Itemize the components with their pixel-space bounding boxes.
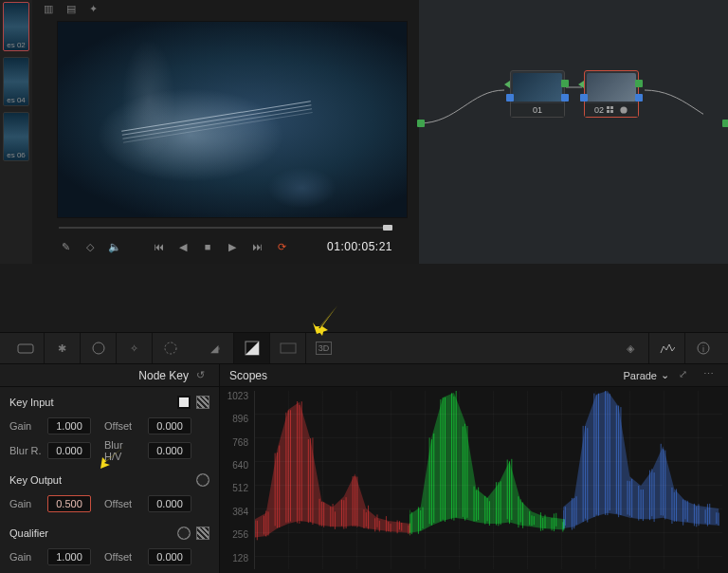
bypass-icon[interactable]: ◇ xyxy=(83,241,97,253)
svg-rect-0 xyxy=(18,344,33,353)
clip-thumb-label: es 06 xyxy=(4,151,28,160)
node-01[interactable]: 01 xyxy=(510,70,565,118)
sizing-icon[interactable] xyxy=(269,333,305,363)
split-screen-icon[interactable]: ▤ xyxy=(66,3,80,16)
last-frame-button[interactable]: ⏭ xyxy=(250,241,264,252)
color-match-icon[interactable]: ✱ xyxy=(44,333,80,363)
offset-label: Offset xyxy=(104,551,142,563)
node-editor[interactable]: 01 02 xyxy=(419,0,728,264)
gain-label: Gain xyxy=(9,551,42,563)
node-input-icon[interactable] xyxy=(504,81,510,88)
node-key-input-dot[interactable] xyxy=(506,94,514,102)
clip-thumb[interactable]: es 04 xyxy=(3,57,29,106)
image-wipe-icon[interactable]: ▥ xyxy=(44,3,57,16)
reset-icon[interactable]: ↺ xyxy=(196,369,209,382)
key-icon xyxy=(619,106,628,114)
svg-text:i: i xyxy=(702,344,704,354)
invert-icon[interactable] xyxy=(177,527,191,540)
node-input-icon[interactable] xyxy=(578,81,584,88)
scopes-title: Scopes xyxy=(229,369,267,382)
expand-icon[interactable]: ⤢ xyxy=(679,368,694,383)
keyframes-icon[interactable]: ◈ xyxy=(612,333,648,363)
svg-point-1 xyxy=(93,342,104,354)
parade-blue xyxy=(563,391,719,546)
highlight-icon[interactable]: ✦ xyxy=(89,3,102,16)
node-output-dot[interactable] xyxy=(561,80,569,87)
gain-label: Gain xyxy=(9,498,42,509)
prev-frame-button[interactable]: ◀ xyxy=(176,241,190,253)
node-key-output-dot[interactable] xyxy=(635,94,643,102)
node-output-dot[interactable] xyxy=(635,80,643,87)
scope-y-axis: 1023896768640512384256128 xyxy=(220,387,254,573)
blur-hv-label: Blur H/V xyxy=(104,439,142,462)
invert-icon[interactable] xyxy=(196,473,209,487)
key-input-blur-hv[interactable]: 0.000 xyxy=(148,442,191,459)
key-input-offset[interactable]: 0.000 xyxy=(148,417,191,434)
qualifier-icon[interactable]: ◢◦ xyxy=(197,333,233,363)
options-icon[interactable]: ⋯ xyxy=(703,368,719,383)
key-panel-title: Node Key xyxy=(138,369,189,382)
scopes-mode-label: Parade xyxy=(624,370,657,381)
grid-icon xyxy=(607,106,616,114)
scopes-panel: Scopes Parade ⌄ ⤢ ⋯ 10238967686405123842… xyxy=(220,364,728,573)
parade-red xyxy=(255,391,410,546)
parade-green xyxy=(410,391,565,546)
svg-point-2 xyxy=(165,342,176,354)
transport-bar: ✎ ◇ 🔈 ⏮ ◀ ■ ▶ ⏭ ⟳ 01:00:05:21 xyxy=(38,232,413,261)
clip-strip[interactable]: es 02 es 04 es 06 xyxy=(0,0,32,264)
scopes-mode-dropdown[interactable]: Parade ⌄ xyxy=(624,369,669,381)
node-02[interactable]: 02 xyxy=(584,70,639,118)
viewer-toolbar: ▥ ▤ ✦ xyxy=(38,0,413,19)
qualifier-heading: Qualifier xyxy=(9,527,48,539)
node-key-input-dot[interactable] xyxy=(580,94,588,102)
mute-icon[interactable]: 🔈 xyxy=(108,241,121,253)
play-button[interactable]: ▶ xyxy=(226,241,239,253)
info-icon[interactable]: i xyxy=(684,333,720,363)
key-input-blur-r[interactable]: 0.000 xyxy=(47,442,91,459)
viewer-image[interactable] xyxy=(57,21,408,218)
node-key-output-dot[interactable] xyxy=(561,94,569,102)
loop-button[interactable]: ⟳ xyxy=(275,241,288,253)
curves-icon[interactable] xyxy=(152,333,188,363)
key-input-heading: Key Input xyxy=(9,397,53,408)
offset-label: Offset xyxy=(104,498,142,509)
key-panel: Node Key ↺ Key Input Gain 1.000 Offset 0 xyxy=(0,364,220,573)
node-number: 02 xyxy=(594,105,604,115)
key-output-offset[interactable]: 0.000 xyxy=(148,495,191,512)
clip-thumb[interactable]: es 06 xyxy=(3,112,29,161)
key-output-heading: Key Output xyxy=(9,474,62,486)
clip-thumb[interactable]: es 02 xyxy=(3,2,29,51)
clip-thumb-label: es 04 xyxy=(4,96,28,105)
palette-bar: ✱ ✧ ◢◦ 3D ◈ i xyxy=(0,332,728,364)
clip-thumb-label: es 02 xyxy=(4,41,28,50)
unmix-icon[interactable]: ✎ xyxy=(59,241,72,253)
scopes-icon[interactable] xyxy=(648,333,684,363)
timecode-display[interactable]: 01:00:05:21 xyxy=(327,240,392,253)
primaries-bars-icon[interactable]: ✧ xyxy=(116,333,152,363)
invert-icon[interactable] xyxy=(196,396,209,409)
qualifier-gain[interactable]: 1.000 xyxy=(47,548,91,565)
viewer-scrubber[interactable] xyxy=(59,223,392,232)
stop-button[interactable]: ■ xyxy=(201,241,214,252)
color-wheels-icon[interactable] xyxy=(80,333,116,363)
node-badges xyxy=(607,106,628,114)
matte-icon[interactable] xyxy=(177,396,191,409)
viewer-panel: ▥ ▤ ✦ ✎ ◇ 🔈 ⏮ ◀ ■ ▶ ⏭ ⟳ 01:00:05:21 xyxy=(32,0,419,264)
graph-output-dot[interactable] xyxy=(722,120,728,127)
key-output-gain[interactable]: 0.500 xyxy=(47,495,91,512)
first-frame-button[interactable]: ⏮ xyxy=(152,241,165,252)
svg-rect-4 xyxy=(281,343,296,353)
gain-label: Gain xyxy=(9,420,42,432)
graph-input-dot[interactable] xyxy=(417,120,425,127)
camera-raw-icon[interactable] xyxy=(8,333,44,363)
offset-label: Offset xyxy=(104,420,142,432)
qualifier-offset[interactable]: 0.000 xyxy=(148,548,191,565)
matte-icon[interactable] xyxy=(196,527,209,540)
scopes-plot[interactable]: 1023896768640512384256128 xyxy=(220,387,728,573)
key-palette-icon[interactable] xyxy=(233,333,269,363)
key-input-gain[interactable]: 1.000 xyxy=(47,417,91,434)
blur-r-label: Blur R. xyxy=(9,445,42,456)
chevron-down-icon: ⌄ xyxy=(661,369,669,381)
node-number: 01 xyxy=(533,105,542,115)
stereo-3d-icon[interactable]: 3D xyxy=(305,333,341,363)
